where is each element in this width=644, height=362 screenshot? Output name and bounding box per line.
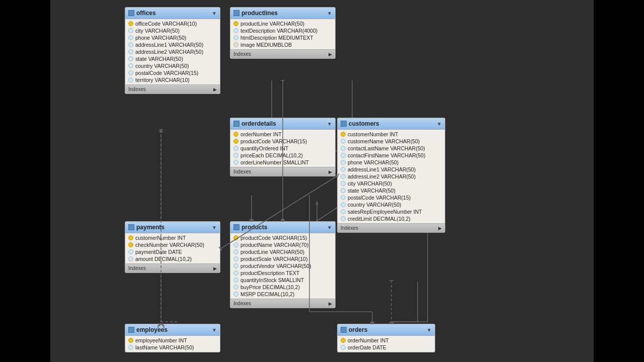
key-icon	[128, 242, 133, 247]
field-row: orderNumber INT	[338, 337, 435, 344]
table-orders: orders ▼ orderNumber INT orderDate DATE	[337, 324, 435, 352]
fk-icon	[128, 256, 133, 261]
key-icon	[233, 132, 238, 137]
table-icon-orderdetails	[233, 121, 239, 127]
table-body-orderdetails: orderNumber INT productCode VARCHAR(15) …	[230, 130, 335, 167]
table-header-employees[interactable]: employees ▼	[125, 324, 220, 336]
field-row: officeCode VARCHAR(10)	[125, 20, 220, 27]
table-arrow-employees[interactable]: ▼	[212, 327, 217, 333]
table-icon-productlines	[233, 10, 239, 16]
table-products: products ▼ productCode VARCHAR(15) produ…	[230, 221, 336, 308]
field-row: buyPrice DECIMAL(10,2)	[230, 284, 335, 291]
fk-icon	[233, 292, 238, 297]
field-row: addressLine2 VARCHAR(50)	[125, 48, 220, 55]
fk-icon	[233, 249, 238, 254]
table-body-productlines: productLine VARCHAR(50) textDescription …	[230, 19, 335, 49]
fk-icon	[341, 195, 346, 200]
field-row: contactFirstName VARCHAR(50)	[338, 152, 445, 159]
table-arrow-orders[interactable]: ▼	[427, 327, 432, 333]
field-row: orderNumber INT	[230, 131, 335, 138]
table-header-orderdetails[interactable]: orderdetails ▼	[230, 118, 335, 130]
table-icon-payments	[128, 224, 134, 230]
field-row: customerName VARCHAR(50)	[338, 138, 445, 145]
fk-icon	[128, 249, 133, 254]
field-row: orderLineNumber SMALLINT	[230, 159, 335, 166]
key-icon	[128, 235, 133, 240]
field-row: country VARCHAR(50)	[125, 62, 220, 69]
field-row: productDescription TEXT	[230, 269, 335, 277]
table-arrow-orderdetails[interactable]: ▼	[327, 121, 332, 127]
fk-icon	[341, 174, 346, 179]
field-row: checkNumber VARCHAR(50)	[125, 241, 220, 248]
indexes-row-products[interactable]: Indexes ▶	[230, 299, 335, 308]
fk-icon	[233, 28, 238, 33]
table-title-employees: employees	[136, 326, 168, 333]
fk-icon	[128, 35, 133, 40]
field-row: phone VARCHAR(50)	[125, 34, 220, 41]
table-productlines: productlines ▼ productLine VARCHAR(50) t…	[230, 7, 336, 59]
fk-icon	[233, 160, 238, 165]
field-row: textDescription VARCHAR(4000)	[230, 27, 335, 34]
table-arrow-productlines[interactable]: ▼	[327, 11, 332, 16]
indexes-row-offices[interactable]: Indexes ▶	[125, 84, 220, 94]
table-header-productlines[interactable]: productlines ▼	[230, 8, 335, 19]
field-row: lastName VARCHAR(50)	[125, 344, 220, 351]
indexes-row-payments[interactable]: Indexes ▶	[125, 263, 220, 273]
table-offices: offices ▼ officeCode VARCHAR(10) city VA…	[125, 7, 220, 94]
table-header-products[interactable]: products ▼	[230, 222, 335, 233]
field-row: productCode VARCHAR(15)	[230, 234, 335, 241]
fk-icon	[128, 70, 133, 75]
fk-icon	[233, 278, 238, 283]
indexes-row-customers[interactable]: Indexes ▶	[338, 223, 445, 232]
field-row: paymentDate DATE	[125, 248, 220, 255]
field-row: productCode VARCHAR(15)	[230, 138, 335, 145]
field-row: employeeNumber INT	[125, 337, 220, 344]
key-icon	[233, 21, 238, 26]
table-arrow-offices[interactable]: ▼	[212, 11, 217, 16]
fk-icon	[341, 167, 346, 172]
table-body-orders: orderNumber INT orderDate DATE	[338, 336, 435, 352]
field-row: city VARCHAR(50)	[338, 180, 445, 187]
table-employees: employees ▼ employeeNumber INT lastName …	[125, 324, 220, 352]
field-row: priceEach DECIMAL(10,2)	[230, 152, 335, 159]
table-body-offices: officeCode VARCHAR(10) city VARCHAR(50) …	[125, 19, 220, 84]
field-row: city VARCHAR(50)	[125, 27, 220, 34]
fk-icon	[341, 345, 346, 350]
table-header-customers[interactable]: customers ▼	[338, 118, 445, 130]
null-icon	[233, 42, 238, 47]
table-customers: customers ▼ customerNumber INT customerN…	[337, 118, 445, 233]
field-row: htmlDescription MEDIUMTEXT	[230, 34, 335, 41]
field-row: salesRepEmployeeNumber INT	[338, 208, 445, 215]
table-header-offices[interactable]: offices ▼	[125, 8, 220, 19]
field-row: customerNumber INT	[125, 234, 220, 241]
field-row: postalCode VARCHAR(15)	[125, 69, 220, 76]
key-icon	[233, 235, 238, 240]
fk-icon	[128, 63, 133, 68]
table-icon-offices	[128, 10, 134, 16]
table-header-orders[interactable]: orders ▼	[338, 324, 435, 336]
table-payments: payments ▼ customerNumber INT checkNumbe…	[125, 221, 220, 273]
fk-icon	[233, 153, 238, 158]
key-icon	[128, 21, 133, 26]
fk-icon	[233, 270, 238, 276]
black-bar-right	[594, 0, 644, 362]
fk-icon	[233, 285, 238, 290]
table-title-orders: orders	[349, 326, 367, 333]
indexes-row-orderdetails[interactable]: Indexes ▶	[230, 167, 335, 176]
table-body-products: productCode VARCHAR(15) productName VARC…	[230, 233, 335, 299]
table-arrow-products[interactable]: ▼	[327, 225, 332, 230]
table-header-payments[interactable]: payments ▼	[125, 222, 220, 233]
fk-icon	[233, 242, 238, 247]
fk-icon	[233, 263, 238, 268]
table-arrow-customers[interactable]: ▼	[437, 121, 442, 127]
fk-icon	[233, 146, 238, 151]
table-arrow-payments[interactable]: ▼	[212, 225, 217, 230]
fk-icon	[341, 209, 346, 214]
indexes-row-productlines[interactable]: Indexes ▶	[230, 49, 335, 58]
table-title-products: products	[242, 224, 267, 231]
key-icon	[233, 139, 238, 144]
fk-icon	[341, 181, 346, 186]
field-row: quantityInStock SMALLINT	[230, 277, 335, 284]
fk-icon	[128, 77, 133, 82]
field-row: productName VARCHAR(70)	[230, 241, 335, 248]
